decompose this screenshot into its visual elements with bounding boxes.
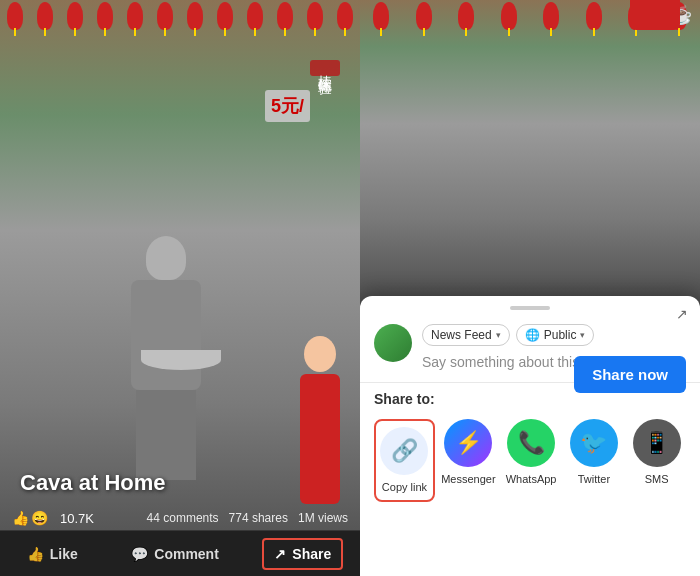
public-select[interactable]: 🌐 Public ▾ [516, 324, 595, 346]
lantern [97, 2, 113, 30]
red-figure-head [304, 336, 336, 372]
right-red-figure [615, 0, 695, 40]
copy-link-icon: 🔗 [391, 438, 418, 464]
lantern [7, 2, 23, 30]
lantern [67, 2, 83, 30]
whatsapp-icon: 📞 [518, 430, 545, 456]
copy-link-option[interactable]: 🔗 Copy link [374, 419, 435, 502]
like-label: Like [50, 546, 78, 562]
lantern [337, 2, 353, 30]
reaction-icons: 👍 😄 [12, 510, 48, 526]
right-red-body [630, 0, 680, 30]
view-count: 1M views [298, 511, 348, 525]
lantern [373, 2, 389, 30]
twitter-icon: 🐦 [580, 430, 607, 456]
right-performer [392, 0, 532, 30]
red-figure-body [300, 374, 340, 504]
chinese-sign: 棒碗体验 [310, 60, 340, 76]
chevron-down-icon: ▾ [580, 330, 585, 340]
share-icon: ↗ [274, 546, 286, 562]
messenger-icon: ⚡ [455, 430, 482, 456]
share-count: 774 shares [229, 511, 288, 525]
twitter-icon-circle: 🐦 [570, 419, 618, 467]
sms-icon-circle: 📱 [633, 419, 681, 467]
lantern [187, 2, 203, 30]
lantern [217, 2, 233, 30]
chevron-down-icon: ▾ [496, 330, 501, 340]
whatsapp-option[interactable]: 📞 WhatsApp [502, 419, 561, 502]
engagement-stats: 44 comments 774 shares 1M views [147, 511, 348, 525]
sms-option[interactable]: 📱 SMS [627, 419, 686, 502]
lantern [247, 2, 263, 30]
stats-bar: 👍 😄 10.7K 44 comments 774 shares 1M view… [0, 506, 360, 530]
public-label: Public [544, 328, 577, 342]
lantern [277, 2, 293, 30]
performer-head [146, 236, 186, 280]
share-modal: ↗ News Feed ▾ 🌐 Public ▾ Say something a… [360, 296, 700, 576]
messenger-label: Messenger [441, 473, 495, 486]
twitter-option[interactable]: 🐦 Twitter [565, 419, 624, 502]
right-panel: ☕ ↗ News Feed ▾ [360, 0, 700, 576]
share-options: 🔗 Copy link ⚡ Messenger 📞 WhatsAp [374, 419, 686, 502]
compose-selects: News Feed ▾ 🌐 Public ▾ [422, 324, 686, 346]
expand-icon[interactable]: ↗ [676, 306, 688, 322]
whatsapp-icon-circle: 📞 [507, 419, 555, 467]
share-label: Share [292, 546, 331, 562]
whatsapp-label: WhatsApp [506, 473, 557, 486]
performer-bowl [141, 350, 221, 370]
comment-button[interactable]: 💬 Comment [121, 540, 229, 568]
modal-handle [510, 306, 550, 310]
messenger-option[interactable]: ⚡ Messenger [439, 419, 498, 502]
copy-link-icon-circle: 🔗 [380, 427, 428, 475]
news-feed-label: News Feed [431, 328, 492, 342]
copy-link-label: Copy link [382, 481, 427, 494]
sms-label: SMS [645, 473, 669, 486]
comment-count: 44 comments [147, 511, 219, 525]
lantern [307, 2, 323, 30]
laugh-emoji: 😄 [31, 510, 48, 526]
video-title: Cava at Home [20, 470, 166, 496]
comment-label: Comment [154, 546, 219, 562]
lantern [543, 2, 559, 30]
globe-icon: 🌐 [525, 328, 540, 342]
performer-figure [96, 236, 236, 496]
share-button[interactable]: ↗ Share [262, 538, 343, 570]
lantern [37, 2, 53, 30]
share-now-button[interactable]: Share now [574, 356, 686, 393]
twitter-label: Twitter [578, 473, 610, 486]
like-emoji: 👍 [12, 510, 29, 526]
share-to-label: Share to: [374, 391, 686, 407]
comment-icon: 💬 [131, 546, 148, 562]
action-bar: 👍 Like 💬 Comment ↗ Share [0, 530, 360, 576]
right-video-bg: ☕ [360, 0, 700, 310]
lantern [586, 2, 602, 30]
video-background: 棒碗体验 5元/ Cava at Home [0, 0, 360, 576]
lanterns-decoration [0, 0, 360, 55]
news-feed-select[interactable]: News Feed ▾ [422, 324, 510, 346]
red-figure [290, 336, 350, 516]
share-to-section: Share to: 🔗 Copy link ⚡ Messenger [360, 382, 700, 512]
like-button[interactable]: 👍 Like [17, 540, 88, 568]
price-sign: 5元/ [265, 90, 310, 122]
lantern [157, 2, 173, 30]
avatar [374, 324, 412, 362]
sms-icon: 📱 [643, 430, 670, 456]
messenger-icon-circle: ⚡ [444, 419, 492, 467]
performer-torso [131, 280, 201, 390]
left-video-panel: 棒碗体验 5元/ Cava at Home 👍 😄 10.7K [0, 0, 360, 576]
reaction-count: 10.7K [60, 511, 94, 526]
lantern [127, 2, 143, 30]
like-icon: 👍 [27, 546, 44, 562]
performer-legs [136, 390, 196, 480]
